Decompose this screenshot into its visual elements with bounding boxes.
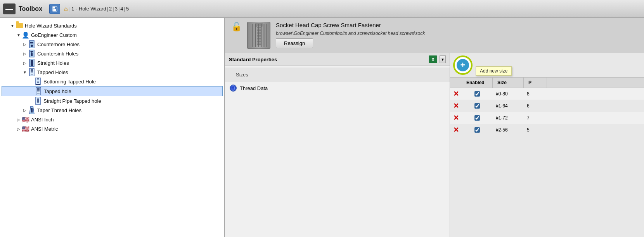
svg-point-5 xyxy=(31,45,33,47)
svg-rect-38 xyxy=(257,26,261,45)
col-size: Size xyxy=(493,78,524,88)
val-row-2: 6 xyxy=(524,103,555,109)
val-row-1: 8 xyxy=(524,91,555,97)
tree-label-tapped-holes: Tapped Holes xyxy=(37,69,68,75)
tree-item-bottoming-tapped[interactable]: Bottoming Tapped Hole xyxy=(2,77,223,86)
svg-rect-22 xyxy=(36,84,40,85)
excel-export-button[interactable]: X xyxy=(429,55,437,63)
tree-item-goengineer-custom[interactable]: ▼ 👤 GoEngineer Custom xyxy=(2,30,223,40)
checkbox-row-1[interactable] xyxy=(462,91,493,97)
hole-icon-tapped-hole xyxy=(35,87,42,95)
home-icon[interactable]: ⌂ xyxy=(64,5,68,12)
sizes-label: Sizes xyxy=(230,69,254,80)
tree-item-straight-pipe-tapped[interactable]: Straight Pipe Tapped hole xyxy=(2,96,223,106)
arrow-countersink[interactable]: ▷ xyxy=(22,50,28,57)
table-body: ✕ #0-80 8 ✕ xyxy=(450,88,644,136)
std-props-panel: Standard Properties X ▼ Sizes xyxy=(225,53,450,237)
breadcrumb-item-1[interactable]: 1 - Hole Wizard xyxy=(71,6,106,12)
delete-row-2[interactable]: ✕ xyxy=(450,102,462,110)
tree-label-tapped-hole: Tapped hole xyxy=(44,88,71,94)
delete-row-4[interactable]: ✕ xyxy=(450,126,462,134)
std-props-header: Standard Properties X ▼ xyxy=(225,53,450,66)
collapse-arrow-goengineer[interactable]: ▼ xyxy=(16,32,22,38)
std-props-list: Sizes Thread Data xyxy=(225,66,450,95)
thread-data-item[interactable]: Thread Data xyxy=(225,82,450,94)
col-p: P xyxy=(524,78,547,88)
app-icon-symbol: ▬▬ xyxy=(5,7,13,11)
save-button[interactable] xyxy=(49,4,60,14)
folder-icon xyxy=(16,22,23,29)
fastener-preview xyxy=(247,22,270,49)
tree-item-countersink-holes[interactable]: ▷ Countersink Holes xyxy=(2,49,223,58)
breadcrumb-item-2[interactable]: 2 xyxy=(109,6,112,12)
fastener-title: Socket Head Cap Screw Smart Fastener xyxy=(276,22,425,28)
arrow-straight[interactable]: ▷ xyxy=(22,60,28,66)
tree-item-ansi-metric[interactable]: ▷ 🇺🇸 ANSI Metric xyxy=(2,124,223,133)
person-icon: 👤 xyxy=(22,31,29,39)
hole-icon-bottoming xyxy=(34,78,42,85)
arrow-taper[interactable]: ▷ xyxy=(22,107,28,113)
val-row-4: 5 xyxy=(524,127,555,133)
hole-icon-straight-pipe xyxy=(34,97,42,105)
flag-icon-ansi-inch: 🇺🇸 xyxy=(22,116,29,123)
breadcrumb-item-5[interactable]: 5 xyxy=(126,6,129,12)
fastener-info-section: 🔓 xyxy=(225,18,644,53)
svg-rect-4 xyxy=(30,42,33,43)
tree-label-ansi-metric: ANSI Metric xyxy=(31,126,58,132)
table-row: ✕ #1-72 7 xyxy=(450,112,644,124)
fastener-path: browser\GoEngineer Custom\bolts and scre… xyxy=(276,31,425,36)
checkbox-row-2[interactable] xyxy=(462,103,493,109)
breadcrumb-item-4[interactable]: 4 xyxy=(120,6,123,12)
std-props-dropdown[interactable]: ▼ xyxy=(440,55,446,63)
tree-container: ▼ Hole Wizard Standards ▼ 👤 GoEngineer C… xyxy=(0,18,224,237)
arrow-ansi-inch[interactable]: ▷ xyxy=(16,116,22,123)
delete-row-3[interactable]: ✕ xyxy=(450,114,462,122)
tree-label-hole-wizard-standards: Hole Wizard Standards xyxy=(25,23,77,29)
main-layout: ▼ Hole Wizard Standards ▼ 👤 GoEngineer C… xyxy=(0,18,644,237)
add-icon: + xyxy=(457,59,469,71)
svg-rect-8 xyxy=(31,53,33,56)
svg-rect-10 xyxy=(31,60,33,66)
thread-data-label: Thread Data xyxy=(240,85,268,91)
tree-item-tapped-hole[interactable]: Tapped hole xyxy=(2,86,223,96)
arrow-ansi-metric[interactable]: ▷ xyxy=(16,126,22,132)
title-bar: ▬▬ Toolbox ⌂ | 1 - Hole Wizard | 2 | 3 |… xyxy=(0,0,644,18)
tree-item-ansi-inch[interactable]: ▷ 🇺🇸 ANSI Inch xyxy=(2,115,223,124)
table-header: Enabled Size P xyxy=(450,78,644,88)
tree-label-bottoming-tapped: Bottoming Tapped Hole xyxy=(43,79,96,85)
size-row-2: #1-64 xyxy=(493,103,524,109)
app-icon: ▬▬ xyxy=(3,3,16,14)
tree-item-taper-thread[interactable]: ▷ Taper Thread Holes xyxy=(2,106,223,115)
table-row: ✕ #0-80 8 xyxy=(450,88,644,100)
reassign-button[interactable]: Reassign xyxy=(276,38,313,48)
unlock-icon: 🔓 xyxy=(231,22,242,31)
std-props-title: Standard Properties xyxy=(229,57,426,62)
svg-rect-37 xyxy=(255,23,263,27)
app-title: Toolbox xyxy=(19,5,42,12)
tree-label-straight-holes: Straight Holes xyxy=(37,60,69,66)
delete-row-1[interactable]: ✕ xyxy=(450,90,462,98)
breadcrumb: ⌂ | 1 - Hole Wizard | 2 | 3 | 4 | 5 xyxy=(63,5,129,12)
hole-icon-taper xyxy=(28,106,36,114)
tree-label-ansi-inch: ANSI Inch xyxy=(31,117,54,123)
tree-label-countersink: Countersink Holes xyxy=(37,51,78,57)
breadcrumb-item-3[interactable]: 3 xyxy=(115,6,118,12)
fastener-details: Socket Head Cap Screw Smart Fastener bro… xyxy=(276,22,425,48)
arrow-tapped[interactable]: ▼ xyxy=(22,69,28,75)
collapse-arrow-root[interactable]: ▼ xyxy=(9,22,16,29)
checkbox-row-4[interactable] xyxy=(462,127,493,133)
add-size-tooltip: Add new size xyxy=(476,66,512,76)
tree-item-hole-wizard-standards[interactable]: ▼ Hole Wizard Standards xyxy=(2,21,223,30)
tree-item-straight-holes[interactable]: ▷ Straight Holes xyxy=(2,58,223,67)
sizes-row[interactable]: Sizes xyxy=(225,67,450,82)
tree-item-tapped-holes[interactable]: ▼ Tapped Holes xyxy=(2,67,223,77)
arrow-counterbore[interactable]: ▷ xyxy=(22,41,28,47)
hole-icon-tapped xyxy=(28,68,36,76)
add-size-button[interactable]: + xyxy=(453,55,473,75)
table-panel: + Add new size Enabled Size P xyxy=(450,53,644,237)
tree-item-counterbore-holes[interactable]: ▷ Counterbore Holes xyxy=(2,40,223,49)
svg-rect-2 xyxy=(53,9,56,11)
hole-icon-straight xyxy=(28,59,36,67)
size-row-1: #0-80 xyxy=(493,91,524,97)
checkbox-row-3[interactable] xyxy=(462,115,493,121)
